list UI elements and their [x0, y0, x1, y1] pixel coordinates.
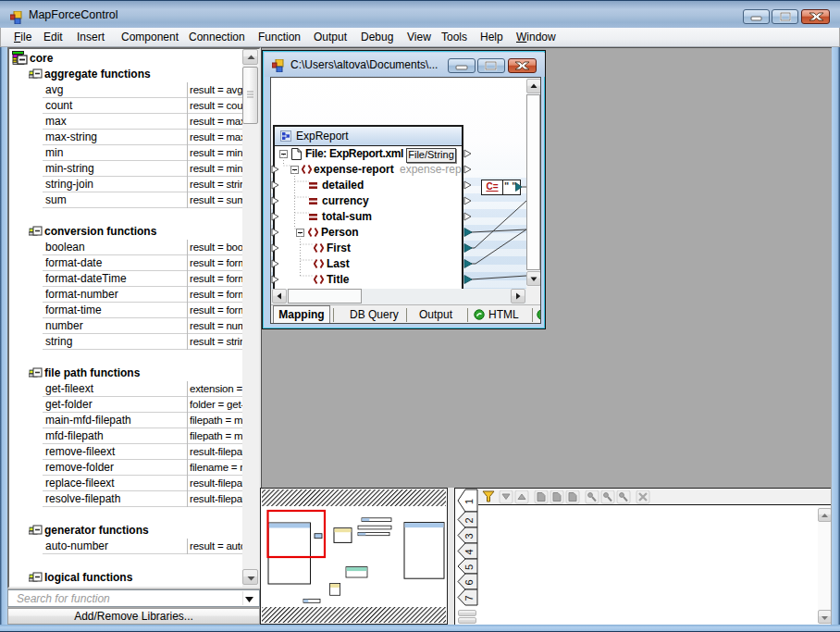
svg-text:1: 1	[463, 499, 475, 504]
svg-text:3: 3	[463, 533, 475, 539]
svg-text:2: 2	[463, 517, 475, 523]
svg-text:6: 6	[463, 579, 475, 585]
svg-text:7: 7	[463, 595, 475, 601]
svg-text:5: 5	[463, 564, 475, 570]
svg-text:4: 4	[463, 549, 475, 554]
